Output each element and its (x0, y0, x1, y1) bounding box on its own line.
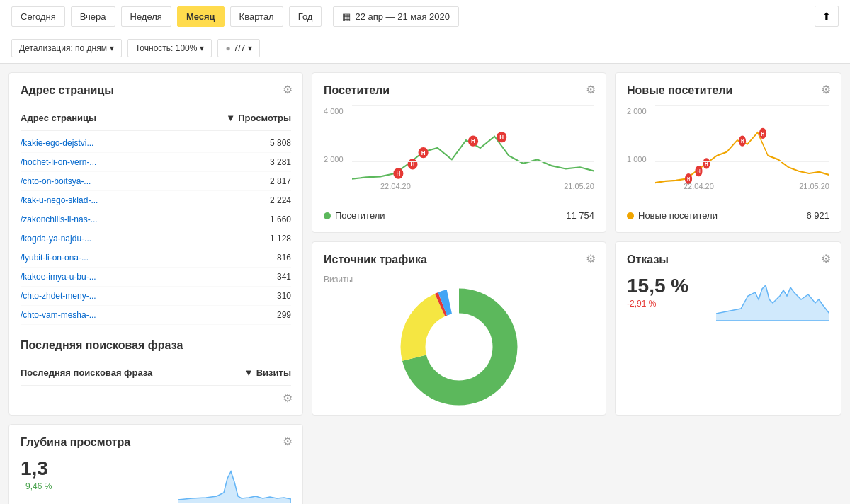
new-visitors-title: Новые посетители (627, 84, 829, 97)
traffic-donut-chart (324, 290, 594, 403)
traffic-source-title: Источник трафика (324, 253, 594, 266)
view-depth-delta: +9,46 % (21, 481, 52, 491)
date-range-button[interactable]: ▦ 22 апр — 21 мая 2020 (333, 6, 459, 27)
addr-link-0[interactable]: /kakie-ego-dejstvi... (21, 138, 94, 148)
bounce-rate-settings-icon[interactable]: ⚙ (821, 252, 831, 265)
accuracy-filter[interactable]: Точность: 100% ▾ (128, 39, 212, 57)
nv-legend-dot (627, 212, 634, 219)
addr-row-2: /chto-on-boitsya-... 2 817 (21, 172, 291, 191)
filter-bar: Детализация: по дням ▾ Точность: 100% ▾ … (0, 33, 850, 64)
view-depth-value: 1,3 (21, 457, 52, 480)
sort-arrow-icon-2: ▼ (244, 367, 254, 378)
legend-left: Посетители (324, 210, 385, 221)
addr-link-6[interactable]: /lyubit-li-on-ona-... (21, 253, 89, 263)
bounce-rate-title: Отказы (627, 253, 829, 266)
nv-grid-line-3 (655, 161, 829, 162)
address-table-body: /kakie-ego-dejstvi... 5 808 /hochet-li-o… (21, 134, 291, 325)
period-year[interactable]: Год (289, 6, 322, 27)
view-depth-card: Глубина просмотра ⚙ 1,3 +9,46 % (8, 424, 303, 504)
visitors-count: 11 754 (566, 210, 594, 221)
addr-link-5[interactable]: /kogda-ya-najdu-... (21, 234, 91, 244)
addr-col-address: Адрес страницы (21, 113, 96, 123)
main-grid: Посетители ⚙ 4 000 2 000 (0, 64, 850, 504)
addr-link-2[interactable]: /chto-on-boitsya-... (21, 176, 91, 186)
bounce-rate-value: 15,5 % (627, 275, 688, 297)
new-visitors-x-labels: 22.04.20 21.05.20 (684, 182, 829, 190)
view-depth-metrics: 1,3 +9,46 % (21, 457, 52, 497)
addr-link-9[interactable]: /chto-vam-mesha-... (21, 310, 96, 320)
addr-count-4: 1 660 (270, 214, 291, 224)
new-visitors-settings-icon[interactable]: ⚙ (821, 83, 831, 96)
accuracy-label: Точность: 100% (135, 43, 197, 53)
addr-row-7: /kakoe-imya-u-bu-... 341 (21, 268, 291, 287)
period-today[interactable]: Сегодня (11, 6, 65, 27)
nv-count: 6 921 (806, 210, 829, 221)
visitors-y-labels: 4 000 2 000 (324, 105, 344, 205)
export-button[interactable]: ⬆ (815, 6, 839, 27)
x-label-start: 22.04.20 (380, 182, 411, 190)
visitors-chart: 4 000 2 000 H H (324, 105, 594, 205)
addr-link-7[interactable]: /kakoe-imya-u-bu-... (21, 272, 96, 282)
view-depth-mini-chart (178, 457, 291, 503)
grid-lines (352, 105, 594, 190)
last-search-settings-icon[interactable]: ⚙ (283, 391, 293, 405)
addr-count-5: 1 128 (270, 234, 291, 244)
new-visitors-chart: 2 000 1 000 H H H (627, 105, 829, 205)
calendar-icon: ▦ (342, 11, 351, 22)
nv-x-label-start: 22.04.20 (684, 182, 714, 190)
traffic-source-settings-icon[interactable]: ⚙ (586, 252, 596, 265)
last-search-col-visits: ▼ Визиты (244, 367, 291, 378)
grid-line-2 (352, 134, 594, 134)
addr-link-1[interactable]: /hochet-li-on-vern-... (21, 157, 96, 167)
period-quarter[interactable]: Квартал (230, 6, 283, 27)
bounce-rate-card: Отказы ⚙ 15,5 % -2,91 % (615, 241, 842, 416)
last-search-col-phrase: Последняя поисковая фраза (21, 367, 152, 378)
y-label-top: 4 000 (324, 107, 344, 115)
x-label-end: 21.05.20 (564, 182, 594, 190)
segments-filter[interactable]: ● 7/7 ▾ (217, 39, 260, 57)
addr-count-7: 341 (277, 272, 291, 282)
last-search-title: Последняя поисковая фраза (21, 339, 291, 352)
new-visitors-chart-inner: H H H H H 22.04.20 21.05.20 (655, 105, 829, 190)
address-table-header: Адрес страницы ▼ Просмотры (21, 105, 291, 131)
period-yesterday[interactable]: Вчера (71, 6, 115, 27)
address-page-card: Адрес страницы ⚙ Адрес страницы ▼ Просмо… (8, 72, 303, 416)
view-depth-settings-icon[interactable]: ⚙ (283, 435, 293, 448)
period-week[interactable]: Неделя (121, 6, 171, 27)
visitors-title: Посетители (324, 84, 594, 97)
nv-legend-label: Новые посетители (638, 210, 718, 221)
grid-line-3 (352, 161, 594, 162)
date-range-label: 22 апр — 21 мая 2020 (355, 11, 450, 22)
view-depth-title: Глубина просмотра (21, 436, 291, 449)
visitors-settings-icon[interactable]: ⚙ (586, 83, 596, 96)
period-month[interactable]: Месяц (177, 6, 225, 27)
addr-row-6: /lyubit-li-on-ona-... 816 (21, 248, 291, 268)
addr-link-3[interactable]: /kak-u-nego-sklad-... (21, 195, 98, 205)
segments-label: 7/7 (234, 43, 246, 53)
address-page-settings-icon[interactable]: ⚙ (283, 83, 293, 96)
last-search-section: Последняя поисковая фраза ⚙ Последняя по… (21, 339, 291, 386)
addr-count-0: 5 808 (270, 138, 291, 148)
sort-arrow-icon: ▼ (226, 113, 235, 123)
visitors-legend: Посетители 11 754 (324, 210, 594, 221)
detalization-filter[interactable]: Детализация: по дням ▾ (11, 39, 122, 57)
addr-col-views: ▼ Просмотры (226, 113, 291, 123)
top-bar: Сегодня Вчера Неделя Месяц Квартал Год ▦… (0, 0, 850, 33)
nv-y-label-top: 2 000 (627, 107, 647, 115)
visitors-legend-label: Посетители (335, 210, 385, 221)
export-icon: ⬆ (822, 11, 831, 22)
donut-svg (388, 283, 530, 411)
addr-row-0: /kakie-ego-dejstvi... 5 808 (21, 134, 291, 153)
detalization-label: Детализация: по дням (19, 43, 107, 53)
svg-point-24 (432, 320, 486, 374)
addr-link-8[interactable]: /chto-zhdet-meny-... (21, 291, 96, 301)
last-search-header: Последняя поисковая фраза ▼ Визиты (21, 360, 291, 386)
new-visitors-y-labels: 2 000 1 000 (627, 105, 647, 205)
chevron-down-icon: ▾ (110, 43, 114, 53)
new-visitors-legend: Новые посетители 6 921 (627, 210, 829, 221)
addr-count-9: 299 (277, 310, 291, 320)
addr-link-4[interactable]: /zakonchilis-li-nas-... (21, 214, 98, 224)
last-search-col-visits-label: Визиты (256, 367, 291, 378)
addr-row-9: /chto-vam-mesha-... 299 (21, 306, 291, 325)
visitors-x-labels: 22.04.20 21.05.20 (380, 182, 594, 190)
